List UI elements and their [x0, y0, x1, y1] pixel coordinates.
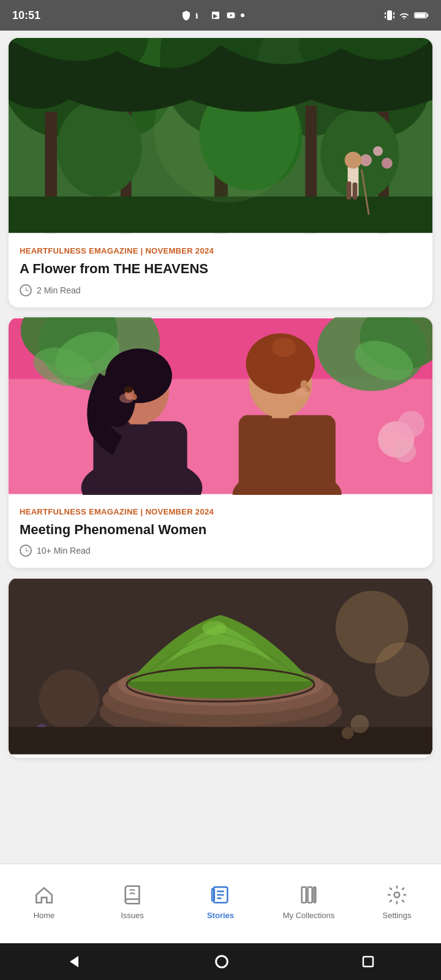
battery-icon: [414, 11, 429, 20]
article-2-source: HEARTFULNESS EMAGAZINE | November 2024: [20, 507, 421, 516]
article-card-1[interactable]: HEARTFULNESS EMAGAZINE | November 2024 A…: [9, 38, 432, 307]
article-2-meta: 10+ Min Read: [20, 545, 421, 557]
article-2-read-time: 10+ Min Read: [37, 546, 91, 556]
svg-marker-100: [70, 956, 78, 968]
svg-point-84: [202, 621, 227, 636]
svg-point-73: [375, 643, 429, 697]
status-bar: 10:51 ℹ ▶: [0, 0, 441, 31]
android-nav-bar: [0, 943, 441, 980]
women-image: [9, 317, 432, 495]
svg-point-89: [351, 715, 369, 733]
svg-rect-40: [9, 379, 432, 494]
article-2-title: Meeting Phenomenal Women: [20, 521, 421, 539]
svg-point-69: [119, 393, 134, 403]
svg-rect-9: [393, 16, 394, 18]
back-icon: [66, 953, 83, 970]
article-1-source: HEARTFULNESS EMAGAZINE | November 2024: [20, 246, 421, 255]
settings-icon: [385, 883, 409, 907]
svg-point-87: [133, 684, 151, 689]
svg-rect-102: [363, 957, 373, 967]
shield-icon: [181, 10, 192, 21]
svg-rect-98: [314, 887, 316, 903]
collections-icon: [296, 883, 321, 907]
svg-point-74: [39, 669, 99, 730]
issues-label: Issues: [121, 911, 144, 920]
svg-rect-34: [353, 183, 358, 200]
stories-icon: [208, 883, 233, 907]
svg-text:▶: ▶: [213, 13, 218, 19]
article-2-info: HEARTFULNESS EMAGAZINE | November 2024 M…: [9, 497, 432, 568]
clock-icon-2: [20, 545, 32, 557]
svg-rect-60: [239, 415, 336, 494]
main-content: HEARTFULNESS EMAGAZINE | November 2024 A…: [0, 31, 441, 864]
svg-point-68: [124, 386, 133, 393]
svg-point-26: [320, 109, 399, 200]
svg-point-101: [216, 956, 228, 968]
status-time: 10:51: [12, 9, 40, 22]
article-card-3[interactable]: [9, 578, 432, 758]
svg-rect-6: [385, 12, 386, 15]
collections-label: My Collections: [283, 911, 335, 920]
forest-image: [9, 38, 432, 234]
svg-rect-86: [9, 727, 432, 754]
notification-dot: [241, 13, 244, 17]
music-icon: ▶: [210, 10, 221, 21]
article-1-title: A Flower from THE HEAVENS: [20, 260, 421, 278]
home-icon: [32, 883, 56, 907]
settings-label: Settings: [383, 911, 412, 920]
svg-point-88: [292, 686, 307, 690]
svg-point-90: [342, 727, 354, 739]
svg-rect-96: [302, 887, 306, 903]
home-label: Home: [34, 911, 55, 920]
nav-home[interactable]: Home: [0, 883, 88, 920]
svg-point-65: [272, 337, 296, 357]
svg-point-70: [295, 387, 310, 397]
svg-point-30: [382, 158, 393, 169]
nav-issues[interactable]: Issues: [88, 883, 176, 920]
nav-stories[interactable]: Stories: [176, 883, 265, 920]
svg-rect-5: [387, 10, 392, 20]
article-card-2[interactable]: HEARTFULNESS EMAGAZINE | November 2024 M…: [9, 317, 432, 568]
svg-point-24: [57, 100, 141, 197]
svg-rect-11: [427, 13, 429, 17]
svg-rect-7: [393, 12, 394, 15]
status-icons: ℹ ▶: [181, 10, 244, 21]
issues-icon: [120, 883, 145, 907]
vpn-icon: ℹ: [195, 10, 206, 21]
android-home-icon: [213, 953, 230, 970]
wifi-icon: [398, 10, 410, 20]
stories-label: Stories: [207, 911, 234, 920]
svg-rect-97: [308, 887, 312, 903]
recents-icon: [361, 954, 375, 969]
nav-settings[interactable]: Settings: [353, 883, 441, 920]
svg-text:ℹ: ℹ: [195, 12, 198, 20]
android-home-button[interactable]: [213, 953, 230, 970]
article-1-info: HEARTFULNESS EMAGAZINE | November 2024 A…: [9, 236, 432, 307]
android-recents-button[interactable]: [361, 954, 375, 969]
vibrate-icon: [385, 9, 394, 21]
svg-rect-8: [385, 16, 386, 18]
clock-icon-1: [20, 284, 32, 296]
status-right-icons: [385, 9, 429, 21]
matcha-image: [9, 578, 432, 755]
android-back-button[interactable]: [66, 953, 83, 970]
svg-point-50: [394, 440, 417, 462]
svg-point-49: [398, 411, 424, 437]
youtube-icon: [225, 11, 237, 20]
article-1-read-time: 2 Min Read: [37, 285, 81, 295]
svg-rect-33: [347, 181, 352, 200]
svg-point-99: [394, 892, 400, 898]
svg-point-29: [373, 146, 383, 156]
svg-rect-12: [415, 13, 426, 18]
bottom-nav: Home Issues Stories: [0, 864, 441, 943]
article-1-meta: 2 Min Read: [20, 284, 421, 296]
svg-point-32: [345, 152, 362, 169]
nav-collections[interactable]: My Collections: [265, 883, 353, 920]
